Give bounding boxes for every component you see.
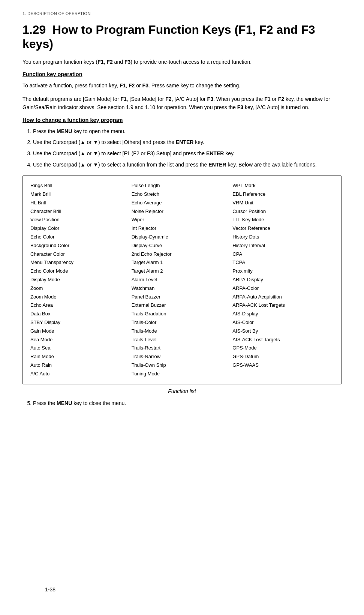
how-to-change-heading: How to change a function key program [22, 117, 342, 123]
function-item: TLL Key Mode [232, 216, 334, 224]
function-item: Background Color [30, 242, 132, 250]
function-item: Echo Average [132, 199, 233, 207]
function-col-1: Rings BrillMark BrillHL BrillCharacter B… [30, 182, 132, 378]
function-item: WPT Mark [232, 182, 334, 190]
function-item: History Interval [232, 242, 334, 250]
function-col-2: Pulse LengthEcho StretchEcho AverageNois… [132, 182, 233, 378]
function-item: Data Box [30, 310, 132, 318]
function-key-operation-heading: Function key operation [22, 71, 342, 77]
function-item: Tuning Mode [132, 370, 233, 378]
function-item: Trails-Narrow [132, 353, 233, 361]
function-item: Display-Curve [132, 242, 233, 250]
function-item: HL Brill [30, 199, 132, 207]
function-item: Echo Color Mode [30, 267, 132, 275]
function-item: ARPA-Display [232, 276, 334, 284]
section-number: 1.29 [22, 23, 46, 36]
function-item: AIS-ACK Lost Targets [232, 336, 334, 344]
para2: The default programs are [Gain Mode] for… [22, 95, 342, 111]
function-item: A/C Auto [30, 370, 132, 378]
function-item: Zoom [30, 285, 132, 292]
function-item: Trails-Level [132, 336, 233, 344]
step-5: Press the MENU key to close the menu. [33, 399, 342, 408]
function-item: TCPA [232, 259, 334, 267]
function-item: Vector Reference [232, 225, 334, 232]
step-1: Press the MENU key to open the menu. [33, 128, 342, 136]
function-item: ARPA-Auto Acquisition [232, 293, 334, 301]
intro-paragraph: You can program function keys (F1, F2 an… [22, 58, 342, 66]
function-item: Display Mode [30, 276, 132, 284]
section-title: How to Program Function Keys (F1, F2 and… [22, 23, 315, 51]
function-item: EBL Reference [232, 190, 334, 198]
function-item: Zoom Mode [30, 293, 132, 301]
step-3: Use the Cursorpad (▲ or ▼) to select [F1… [33, 150, 342, 158]
function-table: Rings BrillMark BrillHL BrillCharacter B… [30, 182, 334, 378]
function-item: AIS-Sort By [232, 327, 334, 335]
function-item: Proximity [232, 267, 334, 275]
function-item: Sea Mode [30, 336, 132, 344]
function-item: Target Alarm 2 [132, 267, 233, 275]
function-item: Echo Stretch [132, 190, 233, 198]
step-4: Use the Cursorpad (▲ or ▼) to select a f… [33, 161, 342, 169]
function-item: Trails-Own Ship [132, 362, 233, 369]
function-item: Mark Brill [30, 190, 132, 198]
function-col-3: WPT MarkEBL ReferenceVRM UnitCursor Posi… [232, 182, 334, 378]
top-label: 1. DESCRIPTION OF OPERATION [22, 11, 342, 16]
function-item: Panel Buzzer [132, 293, 233, 301]
function-table-wrapper: Rings BrillMark BrillHL BrillCharacter B… [22, 176, 342, 384]
function-item: GPS-Mode [232, 344, 334, 352]
function-item: AIS-Color [232, 319, 334, 327]
function-item: Auto Sea [30, 344, 132, 352]
function-item: Rain Mode [30, 353, 132, 361]
function-item: Pulse Length [132, 182, 233, 190]
function-item: History Dots [232, 233, 334, 241]
step5-list: Press the MENU key to close the menu. [33, 399, 342, 408]
function-item: Cursor Position [232, 208, 334, 216]
function-item: AIS-Display [232, 310, 334, 318]
function-item: STBY Display [30, 319, 132, 327]
function-item: Display-Dynamic [132, 233, 233, 241]
function-item: CPA [232, 250, 334, 258]
function-item: GPS-Datum [232, 353, 334, 361]
function-item: External Buzzer [132, 302, 233, 309]
function-item: Trails-Gradation [132, 310, 233, 318]
function-item: Int Rejector [132, 225, 233, 232]
function-item: Auto Rain [30, 362, 132, 369]
function-item: Character Color [30, 250, 132, 258]
function-list-caption: Function list [22, 388, 342, 394]
step-2: Use the Cursorpad (▲ or ▼) to select [Ot… [33, 138, 342, 147]
function-item: Target Alarm 1 [132, 259, 233, 267]
function-item: Trails-Mode [132, 327, 233, 335]
page-number: 1-38 [45, 586, 55, 592]
steps-list: Press the MENU key to open the menu. Use… [33, 128, 342, 169]
function-item: Display Color [30, 225, 132, 232]
para1: To activate a function, press function k… [22, 82, 342, 90]
function-item: Echo Area [30, 302, 132, 309]
function-item: ARPA-Color [232, 285, 334, 292]
function-item: Watchman [132, 285, 233, 292]
function-item: ARPA-ACK Lost Targets [232, 302, 334, 309]
function-item: Trails-Restart [132, 344, 233, 352]
function-item: Gain Mode [30, 327, 132, 335]
function-item: 2nd Echo Rejector [132, 250, 233, 258]
function-item: Echo Color [30, 233, 132, 241]
function-item: Rings Brill [30, 182, 132, 190]
function-item: Menu Transparency [30, 259, 132, 267]
function-item: Alarm Level [132, 276, 233, 284]
function-item: VRM Unit [232, 199, 334, 207]
function-item: View Position [30, 216, 132, 224]
function-item: Wiper [132, 216, 233, 224]
section-heading: 1.29 How to Program Function Keys (F1, F… [22, 22, 342, 51]
function-item: GPS-WAAS [232, 362, 334, 369]
function-item: Trails-Color [132, 319, 233, 327]
function-item: Noise Rejector [132, 208, 233, 216]
function-item: Character Brill [30, 208, 132, 216]
